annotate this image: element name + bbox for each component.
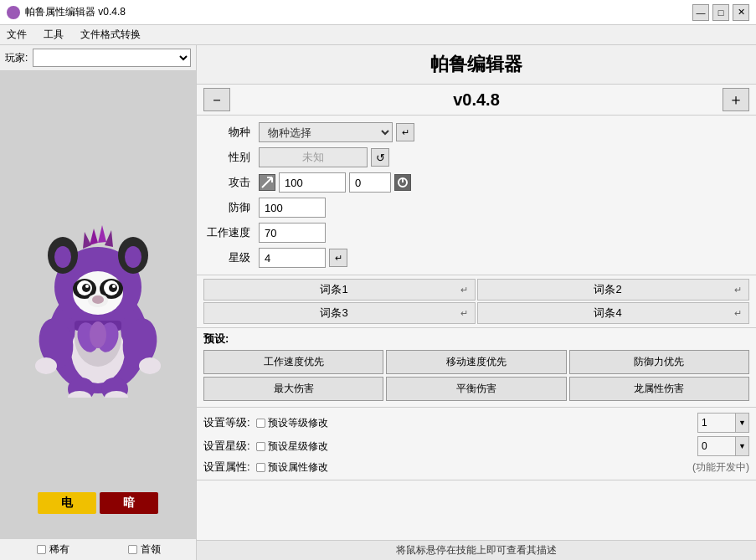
gender-display: 未知 xyxy=(259,147,368,167)
player-select[interactable] xyxy=(33,49,191,67)
attack-field xyxy=(259,171,749,194)
preset-dragon[interactable]: 龙属性伤害 xyxy=(569,377,749,401)
type-electric-badge: 电 xyxy=(38,492,96,514)
preset-maxdmg[interactable]: 最大伤害 xyxy=(203,377,383,401)
star-setting-row: 设置星级: 预设星级修改 ▼ xyxy=(203,434,749,458)
presets-title: 预设: xyxy=(203,331,749,347)
trait1-cell: 词条1 ↵ xyxy=(203,279,476,301)
preset-workspeed[interactable]: 工作速度优先 xyxy=(203,350,383,374)
level-down-arrow[interactable]: ▼ xyxy=(735,414,748,432)
plus-button[interactable]: ＋ xyxy=(723,88,749,111)
boss-checkbox[interactable] xyxy=(127,545,136,554)
player-label: 玩家: xyxy=(5,51,28,65)
gender-refresh[interactable]: ↺ xyxy=(371,148,389,167)
svg-marker-16 xyxy=(90,229,98,245)
star-setting-label: 设置星级: xyxy=(203,439,250,454)
level-label: 设置等级: xyxy=(203,415,250,430)
level-input[interactable] xyxy=(698,414,735,432)
settings-section: 设置等级: 预设等级修改 ▼ 设置星级: 预设星级修改 xyxy=(197,408,756,480)
attack-icon xyxy=(259,174,275,191)
app-title: 帕鲁属性编辑器 v0.4.8 xyxy=(25,5,126,19)
trait4-cell: 词条4 ↵ xyxy=(477,302,749,324)
star-label-field: 星级 xyxy=(203,246,254,270)
trait1-label: 词条1 xyxy=(211,282,457,297)
type-dark-badge: 暗 xyxy=(100,492,158,514)
left-panel: 玩家: xyxy=(0,45,197,560)
editor-title: 帕鲁编辑器 xyxy=(203,52,749,77)
window-controls: — □ ✕ xyxy=(692,4,749,21)
gender-label: 性别 xyxy=(203,146,254,169)
boss-checkbox-label[interactable]: 首领 xyxy=(127,542,161,557)
level-check-label[interactable]: 预设等级修改 xyxy=(255,416,328,430)
trait2-arrow[interactable]: ↵ xyxy=(734,285,742,295)
trait3-arrow[interactable]: ↵ xyxy=(460,308,468,319)
pal-image-container: 电 暗 xyxy=(0,71,196,539)
trait4-arrow[interactable]: ↵ xyxy=(734,308,742,319)
minus-button[interactable]: － xyxy=(203,88,230,111)
defense-label: 防御 xyxy=(203,196,254,219)
attr-check-label[interactable]: 预设属性修改 xyxy=(255,460,328,475)
menu-file[interactable]: 文件 xyxy=(3,26,30,44)
menu-tools[interactable]: 工具 xyxy=(40,26,67,44)
species-select[interactable]: 物种选择 xyxy=(259,122,393,142)
attack-label: 攻击 xyxy=(203,171,254,194)
fields-grid: 物种 物种选择 ↵ 性别 未知 ↺ 攻击 xyxy=(197,116,756,275)
workspeed-input[interactable] xyxy=(259,223,326,243)
trait1-arrow[interactable]: ↵ xyxy=(460,285,468,295)
preset-balanced[interactable]: 平衡伤害 xyxy=(386,377,566,401)
attr-checkbox[interactable] xyxy=(256,462,265,471)
attack-input1[interactable] xyxy=(279,172,346,193)
svg-point-5 xyxy=(139,357,161,374)
workspeed-label: 工作速度 xyxy=(203,221,254,244)
maximize-button[interactable]: □ xyxy=(712,4,729,21)
svg-point-27 xyxy=(85,285,89,288)
gender-field: 未知 ↺ xyxy=(259,146,749,169)
star-input[interactable] xyxy=(259,248,326,268)
title-bar: 帕鲁属性编辑器 v0.4.8 — □ ✕ xyxy=(0,0,756,25)
svg-point-14 xyxy=(54,246,71,268)
app-icon xyxy=(7,6,20,19)
defense-field xyxy=(259,196,749,219)
trait3-cell: 词条3 ↵ xyxy=(203,302,476,324)
star-down-arrow[interactable]: ▼ xyxy=(735,437,748,455)
attack-icon2 xyxy=(394,174,411,191)
menu-format[interactable]: 文件格式转换 xyxy=(77,26,144,44)
svg-marker-18 xyxy=(83,232,91,249)
star-input-box: ▼ xyxy=(697,436,749,456)
svg-point-34 xyxy=(90,321,106,348)
menu-bar: 文件 工具 文件格式转换 xyxy=(0,25,756,45)
trait2-label: 词条2 xyxy=(485,282,731,297)
close-button[interactable]: ✕ xyxy=(733,4,749,21)
star-setting-input[interactable] xyxy=(698,437,735,455)
trait3-label: 词条3 xyxy=(211,306,457,321)
species-field: 物种选择 ↵ xyxy=(259,121,749,144)
attr-row: 设置属性: 预设属性修改 (功能开发中) xyxy=(203,458,749,476)
svg-line-35 xyxy=(262,177,272,188)
star-checkbox[interactable] xyxy=(256,441,265,450)
main-container: 玩家: xyxy=(0,45,756,560)
preset-defense[interactable]: 防御力优先 xyxy=(569,350,749,374)
level-row: 设置等级: 预设等级修改 ▼ xyxy=(203,411,749,434)
star-arrow[interactable]: ↵ xyxy=(329,249,347,267)
species-arrow[interactable]: ↵ xyxy=(396,123,414,141)
attack-input2[interactable] xyxy=(349,172,391,193)
attr-check-text: 预设属性修改 xyxy=(268,460,328,475)
star-check-label[interactable]: 预设星级修改 xyxy=(255,439,328,454)
editor-header: 帕鲁编辑器 xyxy=(197,45,756,85)
presets-section: 预设: 工作速度优先 移动速度优先 防御力优先 最大伤害 平衡伤害 龙属性伤害 xyxy=(197,328,756,408)
rare-checkbox-label[interactable]: 稀有 xyxy=(36,542,69,557)
rare-checkbox[interactable] xyxy=(36,545,45,554)
level-check-text: 预设等级修改 xyxy=(268,416,328,430)
trait2-cell: 词条2 ↵ xyxy=(477,279,749,301)
preset-movespeed[interactable]: 移动速度优先 xyxy=(386,350,566,374)
presets-grid-row2: 最大伤害 平衡伤害 龙属性伤害 xyxy=(203,377,749,401)
species-label: 物种 xyxy=(203,121,254,144)
version-row: － v0.4.8 ＋ xyxy=(197,85,756,116)
svg-point-30 xyxy=(92,295,104,304)
svg-point-4 xyxy=(35,357,57,374)
minimize-button[interactable]: — xyxy=(692,4,709,21)
attr-label: 设置属性: xyxy=(203,460,250,475)
defense-input[interactable] xyxy=(259,198,326,218)
checkbox-row: 稀有 首领 xyxy=(0,539,196,560)
level-checkbox[interactable] xyxy=(256,418,265,427)
